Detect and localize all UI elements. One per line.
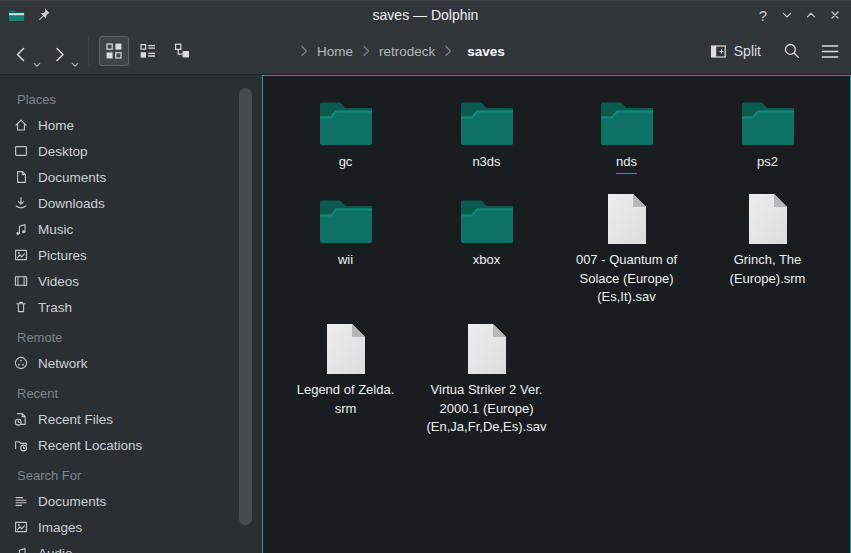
item-label: nds	[616, 153, 637, 174]
folder-icon	[598, 86, 656, 148]
folder-item-n3ds[interactable]: n3ds	[416, 86, 557, 172]
maximize-button[interactable]	[799, 3, 823, 27]
item-label: xbox	[473, 251, 500, 270]
back-history-caret-icon[interactable]	[33, 62, 41, 68]
folder-icon	[739, 86, 797, 148]
file-icon	[747, 184, 789, 246]
image-icon	[13, 519, 29, 535]
folder-view[interactable]: gc n3ds nds ps2 wii xbox 007 - Quantum o…	[262, 75, 851, 553]
home-icon	[13, 117, 29, 133]
document-icon	[13, 169, 29, 185]
sidebar-item-label: Audio	[38, 546, 73, 553]
back-button[interactable]	[12, 38, 38, 64]
toolbar: Homeretrodecksaves Split	[0, 28, 851, 75]
doc-lines-icon	[13, 493, 29, 509]
split-button[interactable]: Split	[710, 43, 761, 60]
sidebar-section-title: Recent	[0, 381, 262, 406]
sidebar-section-remote: RemoteNetwork	[0, 325, 262, 376]
sidebar-item-recent-files[interactable]: Recent Files	[0, 406, 262, 432]
file-item-007-quantum-of[interactable]: 007 - Quantum ofSolace (Europe)(Es,It).s…	[556, 184, 697, 307]
pin-icon[interactable]	[36, 7, 51, 22]
sidebar-item-label: Desktop	[38, 144, 88, 159]
details-view-button[interactable]	[133, 36, 163, 66]
minimize-button[interactable]	[775, 3, 799, 27]
sidebar-item-documents[interactable]: Documents	[0, 488, 262, 514]
sidebar-item-label: Music	[38, 222, 73, 237]
sidebar-section-search-for: Search ForDocumentsImagesAudio	[0, 463, 262, 553]
sidebar-item-network[interactable]: Network	[0, 350, 262, 376]
folder-icon	[458, 184, 516, 246]
sidebar-section-title: Remote	[0, 325, 262, 350]
icons-view-button[interactable]	[99, 36, 129, 66]
item-label: ps2	[757, 153, 778, 172]
sidebar-section-title: Places	[0, 87, 262, 112]
tree-view-button[interactable]	[167, 36, 197, 66]
sidebar-item-label: Downloads	[38, 196, 105, 211]
forward-button[interactable]	[50, 38, 76, 64]
folder-icon	[317, 86, 375, 148]
sidebar-section-title: Search For	[0, 463, 262, 488]
split-icon	[710, 43, 727, 60]
item-label: 007 - Quantum ofSolace (Europe)(Es,It).s…	[576, 251, 677, 307]
breadcrumb-item-home[interactable]: Home	[314, 44, 356, 59]
sidebar-item-pictures[interactable]: Pictures	[0, 242, 262, 268]
sidebar-item-videos[interactable]: Videos	[0, 268, 262, 294]
folder-item-wii[interactable]: wii	[275, 184, 416, 270]
breadcrumb-item-retrodeck[interactable]: retrodeck	[376, 44, 438, 59]
sidebar-item-images[interactable]: Images	[0, 514, 262, 540]
item-label: n3ds	[472, 153, 500, 172]
close-button[interactable]	[823, 3, 847, 27]
sidebar-item-home[interactable]: Home	[0, 112, 262, 138]
sidebar-item-label: Images	[38, 520, 82, 535]
network-icon	[13, 355, 29, 371]
file-item-grinch-the[interactable]: Grinch, The(Europe).srm	[697, 184, 838, 288]
folder-item-xbox[interactable]: xbox	[416, 184, 557, 270]
breadcrumb: Homeretrodecksaves	[294, 44, 508, 59]
item-label: Virtua Striker 2 Ver.2000.1 (Europe)(En,…	[427, 381, 547, 437]
file-item-legend-of-zelda-[interactable]: Legend of Zelda.srm	[275, 314, 416, 418]
breadcrumb-chevron-icon	[300, 45, 308, 57]
music-icon	[13, 221, 29, 237]
desktop-icon	[13, 143, 29, 159]
folder-item-ps2[interactable]: ps2	[697, 86, 838, 172]
toolbar-separator	[88, 36, 89, 66]
sidebar-item-label: Trash	[38, 300, 72, 315]
item-label: Grinch, The(Europe).srm	[730, 251, 806, 288]
breadcrumb-chevron-icon	[362, 45, 370, 57]
window-controls: ?	[751, 1, 847, 29]
file-item-virtua-striker-2-ver-[interactable]: Virtua Striker 2 Ver.2000.1 (Europe)(En,…	[416, 314, 557, 437]
window-title: saves — Dolphin	[0, 7, 851, 23]
folder-item-nds[interactable]: nds	[556, 86, 697, 174]
breadcrumb-item-saves[interactable]: saves	[458, 44, 508, 59]
forward-history-caret-icon[interactable]	[71, 62, 79, 68]
image-icon	[13, 247, 29, 263]
sidebar-item-label: Documents	[38, 494, 106, 509]
sidebar-item-desktop[interactable]: Desktop	[0, 138, 262, 164]
view-mode-buttons	[95, 36, 197, 66]
help-button[interactable]: ?	[751, 3, 775, 27]
sidebar-item-label: Videos	[38, 274, 79, 289]
item-label: wii	[338, 251, 353, 270]
hamburger-menu-button[interactable]	[821, 44, 839, 59]
sidebar-item-downloads[interactable]: Downloads	[0, 190, 262, 216]
file-icon	[325, 314, 367, 376]
sidebar-item-documents[interactable]: Documents	[0, 164, 262, 190]
sidebar-item-label: Documents	[38, 170, 106, 185]
sidebar-item-audio[interactable]: Audio	[0, 540, 262, 553]
file-icon	[466, 314, 508, 376]
split-label: Split	[734, 43, 761, 59]
sidebar-item-recent-locations[interactable]: Recent Locations	[0, 432, 262, 458]
dolphin-app-folder-icon	[8, 7, 25, 23]
sidebar-item-music[interactable]: Music	[0, 216, 262, 242]
download-icon	[13, 195, 29, 211]
sidebar-item-label: Recent Locations	[38, 438, 142, 453]
music-icon	[13, 545, 29, 553]
folder-icon	[458, 86, 516, 148]
sidebar-scrollbar-thumb[interactable]	[239, 88, 252, 525]
recent-locations-icon	[13, 437, 29, 453]
folder-item-gc[interactable]: gc	[275, 86, 416, 172]
sidebar-item-label: Recent Files	[38, 412, 113, 427]
search-button[interactable]	[783, 42, 801, 60]
sidebar-item-trash[interactable]: Trash	[0, 294, 262, 320]
sidebar-section-places: PlacesHomeDesktopDocumentsDownloadsMusic…	[0, 87, 262, 320]
